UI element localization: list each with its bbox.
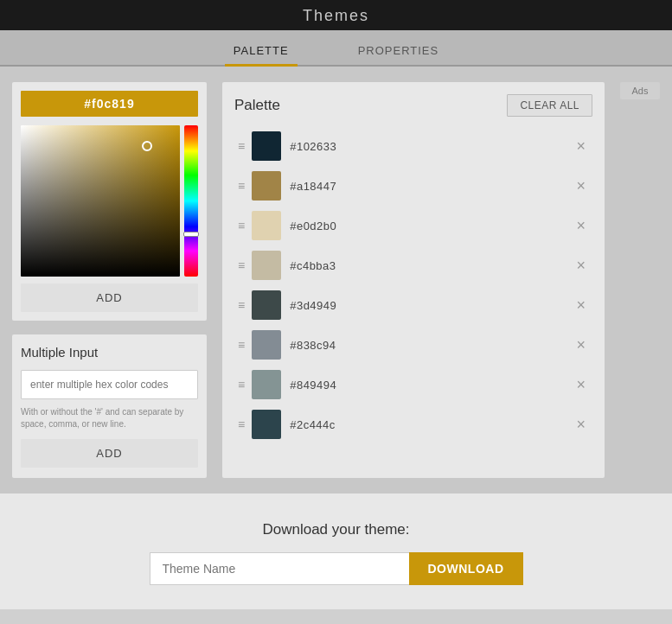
download-row: DOWNLOAD	[150, 552, 523, 585]
color-add-button[interactable]: ADD	[21, 283, 198, 312]
main-content: ADD Multiple Input With or without the '…	[0, 67, 672, 493]
remove-color-button[interactable]: ×	[573, 377, 589, 392]
ads-label: Ads	[620, 82, 660, 99]
picker-area[interactable]	[21, 125, 198, 277]
palette-panel: Palette CLEAR ALL ≡ #102633 × ≡ #a18447 …	[222, 82, 605, 478]
remove-color-button[interactable]: ×	[573, 218, 589, 233]
color-swatch	[252, 171, 281, 201]
gradient-cursor	[142, 141, 152, 151]
app-header: Themes	[0, 0, 672, 30]
color-hex-label: #c4bba3	[290, 259, 564, 272]
multiple-input-card: Multiple Input With or without the '#' a…	[12, 334, 207, 478]
color-swatch	[252, 211, 281, 240]
theme-name-input[interactable]	[150, 552, 409, 585]
palette-header: Palette CLEAR ALL	[234, 94, 592, 117]
color-hex-label: #a18447	[290, 180, 564, 193]
left-panel: ADD Multiple Input With or without the '…	[12, 82, 207, 478]
remove-color-button[interactable]: ×	[573, 297, 589, 313]
download-title: Download your theme:	[262, 521, 409, 538]
color-swatch	[252, 131, 281, 161]
remove-color-button[interactable]: ×	[573, 258, 589, 273]
color-swatch	[252, 330, 281, 360]
download-button[interactable]: DOWNLOAD	[409, 552, 523, 585]
palette-row: ≡ #849494 ×	[234, 366, 592, 404]
tab-properties[interactable]: PROPERTIES	[349, 39, 448, 67]
color-hex-label: #849494	[290, 379, 564, 392]
drag-handle-icon[interactable]: ≡	[238, 139, 243, 153]
remove-color-button[interactable]: ×	[573, 138, 589, 154]
multiple-input-hint: With or without the '#' and can separate…	[21, 406, 198, 430]
color-hex-label: #3d4949	[290, 299, 564, 312]
drag-handle-icon[interactable]: ≡	[238, 179, 243, 193]
drag-handle-icon[interactable]: ≡	[238, 338, 243, 352]
color-swatch	[252, 290, 281, 320]
multiple-add-button[interactable]: ADD	[21, 439, 198, 468]
ads-panel: Ads	[620, 82, 660, 478]
color-hex-label: #102633	[290, 140, 564, 153]
tab-palette[interactable]: PALETTE	[225, 39, 298, 67]
color-hex-label: #838c94	[290, 339, 564, 352]
drag-handle-icon[interactable]: ≡	[238, 417, 243, 431]
hex-input[interactable]	[21, 91, 198, 117]
palette-row: ≡ #c4bba3 ×	[234, 246, 592, 284]
hue-slider[interactable]	[184, 125, 198, 277]
palette-row: ≡ #2c444c ×	[234, 405, 592, 443]
download-area: Download your theme: DOWNLOAD	[0, 493, 672, 609]
color-hex-label: #e0d2b0	[290, 220, 564, 232]
remove-color-button[interactable]: ×	[573, 178, 589, 194]
multiple-hex-input[interactable]	[21, 370, 198, 399]
remove-color-button[interactable]: ×	[573, 337, 589, 353]
app-title: Themes	[303, 7, 369, 24]
palette-row: ≡ #a18447 ×	[234, 167, 592, 205]
color-swatch	[252, 370, 281, 399]
color-swatch	[252, 251, 281, 280]
palette-list: ≡ #102633 × ≡ #a18447 × ≡ #e0d2b0 × ≡ #c…	[234, 127, 592, 443]
palette-title: Palette	[234, 97, 280, 114]
gradient-box[interactable]	[21, 125, 180, 277]
palette-row: ≡ #e0d2b0 ×	[234, 207, 592, 245]
palette-row: ≡ #102633 ×	[234, 127, 592, 165]
clear-all-button[interactable]: CLEAR ALL	[507, 94, 592, 117]
palette-row: ≡ #838c94 ×	[234, 326, 592, 364]
multiple-input-title: Multiple Input	[21, 345, 198, 360]
remove-color-button[interactable]: ×	[573, 417, 589, 432]
drag-handle-icon[interactable]: ≡	[238, 378, 243, 392]
color-hex-label: #2c444c	[290, 418, 564, 431]
drag-handle-icon[interactable]: ≡	[238, 298, 243, 312]
drag-handle-icon[interactable]: ≡	[238, 219, 243, 232]
color-swatch	[252, 410, 281, 439]
palette-row: ≡ #3d4949 ×	[234, 286, 592, 324]
drag-handle-icon[interactable]: ≡	[238, 258, 243, 272]
hue-cursor	[183, 232, 199, 237]
color-picker-card: ADD	[12, 82, 207, 321]
tab-bar: PALETTE PROPERTIES	[0, 30, 672, 67]
